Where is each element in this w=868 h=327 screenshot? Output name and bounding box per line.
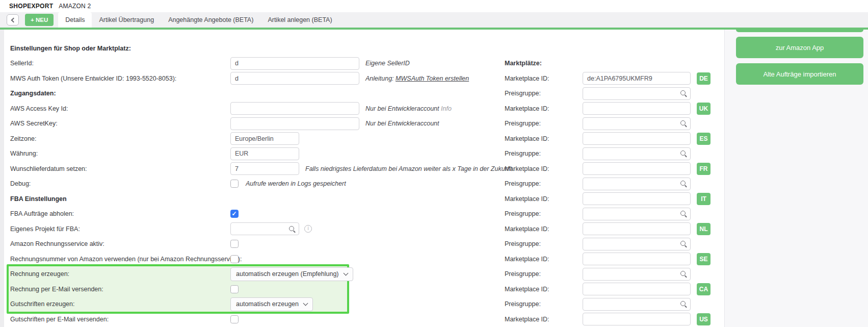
field-label: Preisgruppe:	[505, 90, 583, 97]
section-heading-marktplaetze: Marktplätze:	[505, 60, 583, 67]
field-label: Amazon Rechnungsservice aktiv:	[10, 240, 230, 247]
aws-secret-key-input[interactable]	[230, 117, 359, 130]
field-label: Preisgruppe:	[505, 240, 583, 247]
currency-input[interactable]	[230, 147, 299, 160]
field-label: Gutschriften erzeugen:	[10, 300, 230, 308]
marketplace-id-input[interactable]	[583, 222, 691, 235]
timezone-input[interactable]	[230, 132, 299, 145]
marketplace-row: Marketplace ID: NL	[505, 221, 711, 237]
field-label: Marketplace ID:	[505, 316, 583, 323]
settings-panel: Einstellungen für Shop oder Marktplatz: …	[4, 30, 724, 327]
side-panel: zur Amazon App Alte Aufträge importieren	[724, 30, 868, 327]
credit-note-generate-select[interactable]: automatisch erzeugen	[230, 297, 313, 311]
section-heading-zugangsdaten: Zugangsdaten:	[10, 90, 230, 97]
import-old-orders-button[interactable]: Alte Aufträge importieren	[736, 63, 863, 85]
pricegroup-search-input[interactable]	[583, 117, 691, 130]
field-label: Marketplace ID:	[505, 225, 583, 233]
country-badge-it[interactable]: IT	[697, 193, 711, 205]
invoice-service-checkbox[interactable]	[230, 240, 239, 248]
pricegroup-search-input[interactable]	[583, 178, 691, 190]
search-icon[interactable]	[680, 120, 687, 127]
marketplace-id-input[interactable]	[583, 192, 691, 205]
search-icon[interactable]	[289, 226, 295, 232]
marketplace-id-input[interactable]	[583, 253, 691, 265]
amazon-app-button[interactable]: zur Amazon App	[736, 37, 863, 58]
country-badge-nl[interactable]: NL	[697, 223, 711, 235]
pricegroup-search-input[interactable]	[583, 238, 691, 250]
pricegroup-row: Preisgruppe:	[505, 207, 711, 222]
field-label: Gutschriften per E-Mail versenden:	[10, 316, 230, 323]
pricegroup-search-input[interactable]	[583, 208, 691, 220]
field-label: Marketplace ID:	[505, 105, 583, 112]
settings-form: Einstellungen für Shop oder Marktplatz: …	[4, 41, 512, 327]
aws-access-key-input[interactable]	[230, 102, 359, 115]
back-button[interactable]	[7, 14, 19, 26]
new-button[interactable]: + NEU	[25, 14, 54, 26]
country-badge-de[interactable]: DE	[697, 72, 711, 85]
country-badge-es[interactable]: ES	[697, 133, 711, 145]
form-row: Zeitzone:	[4, 131, 512, 146]
search-icon[interactable]	[680, 181, 687, 187]
marketplace-id-input[interactable]	[583, 283, 691, 295]
pricegroup-row: Preisgruppe:	[505, 237, 711, 252]
info-icon[interactable]: i	[304, 225, 312, 233]
partially-visible-button[interactable]	[736, 30, 863, 32]
country-badge-uk[interactable]: UK	[697, 103, 711, 115]
tab-artikel-uebertragung[interactable]: Artikel Übertragung	[92, 12, 161, 28]
marketplace-id-input[interactable]	[583, 313, 691, 325]
delivery-date-input[interactable]	[230, 162, 299, 175]
pricegroup-search-input[interactable]	[583, 298, 691, 311]
search-icon[interactable]	[680, 90, 687, 96]
form-row: Gutschriften per E-Mail versenden:	[4, 312, 512, 327]
marketplace-row: Marketplace ID: ES	[505, 131, 711, 146]
field-hint: Nur bei Entwickleraccount	[365, 120, 439, 127]
field-hint: Eigene SellerID	[365, 60, 410, 67]
country-badge-se[interactable]: SE	[697, 253, 711, 265]
pricegroup-search-input[interactable]	[583, 147, 691, 160]
seller-id-input[interactable]	[230, 57, 359, 70]
pricegroup-search-input[interactable]	[583, 87, 691, 100]
invoice-email-checkbox[interactable]	[230, 285, 239, 293]
search-icon[interactable]	[680, 211, 687, 217]
breadcrumb: SHOPEXPORT AMAZON 2	[0, 0, 868, 12]
tab-angehaengte-angebote[interactable]: Angehängte Angebote (BETA)	[161, 12, 260, 28]
debug-checkbox[interactable]	[230, 180, 239, 188]
tab-bar: + NEU Details Artikel Übertragung Angehä…	[0, 12, 868, 28]
form-row-highlighted: Rechnung per E-Mail versenden:	[4, 282, 512, 297]
pricegroup-search-input[interactable]	[583, 268, 691, 281]
invoice-generate-select[interactable]: automatisch erzeugen (Empfehlung)	[230, 267, 353, 281]
marketplace-id-input[interactable]	[583, 72, 691, 85]
field-label: Preisgruppe:	[505, 180, 583, 187]
field-label: AWS SecretKey:	[10, 120, 230, 127]
marketplace-row: Marketplace ID: FR	[505, 161, 711, 177]
chevron-down-icon	[343, 271, 348, 276]
info-link[interactable]: Info	[441, 105, 452, 112]
field-label: Rechnung per E-Mail versenden:	[10, 286, 230, 293]
credit-note-email-checkbox[interactable]	[230, 315, 239, 323]
fba-orders-checkbox[interactable]	[230, 210, 239, 218]
tab-details[interactable]: Details	[58, 12, 92, 28]
field-label: Rechnung erzeugen:	[10, 270, 230, 278]
marketplace-row: Marketplace ID: IT	[505, 191, 711, 207]
marketplaces-form: Marktplätze: Marketplace ID: DE Preisgru…	[505, 56, 711, 327]
form-row: AWS SecretKey: Nur bei Entwickleraccount	[4, 116, 512, 132]
invoice-number-checkbox[interactable]	[230, 255, 239, 263]
mws-token-guide-link[interactable]: MWSAuth Token erstellen	[396, 75, 469, 82]
country-badge-fr[interactable]: FR	[697, 163, 711, 175]
field-hint: Aufrufe werden in Logs gespeichert	[246, 180, 346, 187]
mws-auth-token-input[interactable]	[230, 72, 359, 85]
marketplace-id-input[interactable]	[583, 162, 691, 175]
marketplace-id-input[interactable]	[583, 132, 691, 145]
search-icon[interactable]	[680, 150, 687, 157]
tab-artikel-anlegen[interactable]: Artikel anlegen (BETA)	[260, 12, 339, 28]
pricegroup-row: Preisgruppe:	[505, 267, 711, 282]
form-row: MWS Auth Token (Unsere Entwickler ID: 19…	[4, 71, 512, 86]
chevron-down-icon	[303, 301, 308, 306]
country-badge-ca[interactable]: CA	[697, 283, 711, 295]
marketplace-id-input[interactable]	[583, 102, 691, 115]
search-icon[interactable]	[680, 241, 687, 247]
country-badge-us[interactable]: US	[697, 313, 711, 325]
pricegroup-row: Preisgruppe:	[505, 116, 711, 132]
search-icon[interactable]	[680, 301, 687, 307]
search-icon[interactable]	[680, 271, 687, 277]
